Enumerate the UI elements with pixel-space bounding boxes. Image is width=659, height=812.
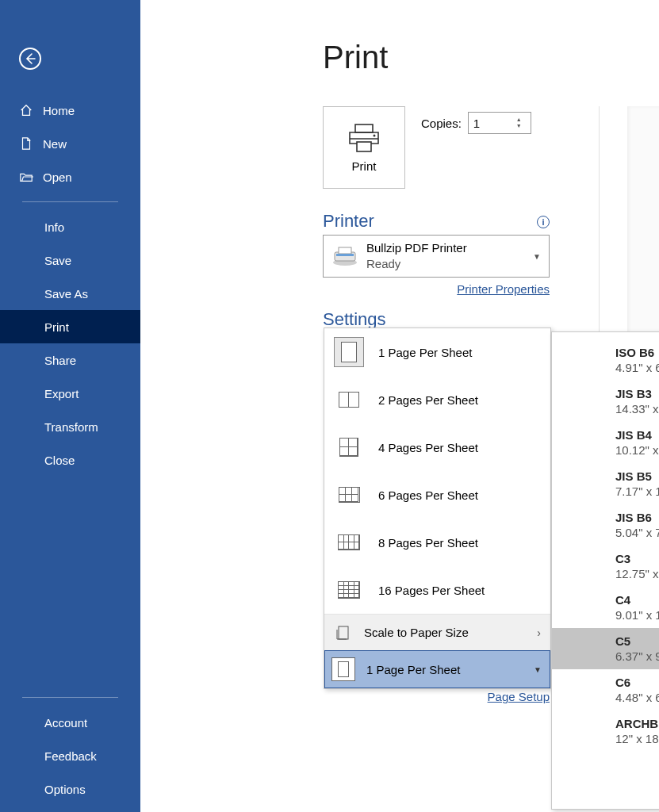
folder-open-icon	[19, 170, 33, 184]
printer-status: Ready	[366, 256, 533, 272]
sidebar-item-close[interactable]: Close	[0, 443, 140, 477]
sidebar-item-save[interactable]: Save	[0, 243, 140, 277]
svg-rect-5	[339, 247, 351, 254]
sidebar-item-label: Account	[44, 716, 87, 730]
page-setup-link[interactable]: Page Setup	[488, 690, 550, 703]
sidebar-item-print[interactable]: Print	[0, 310, 140, 343]
sidebar-item-label: Export	[44, 387, 79, 400]
scale-label: Scale to Paper Size	[364, 626, 469, 639]
sidebar-item-info[interactable]: Info	[0, 210, 140, 243]
paper-size-name: JIS B3	[615, 387, 659, 400]
paper-size-name: C6	[615, 676, 659, 689]
pps-option-label: 16 Pages Per Sheet	[378, 584, 485, 597]
pages-per-sheet-menu: 1 Page Per Sheet 2 Pages Per Sheet 4 Pag…	[324, 327, 551, 689]
pps-option-label: 8 Pages Per Sheet	[378, 536, 478, 550]
paper-size-option-c6[interactable]: C6 4.48" x 6.37"	[552, 669, 659, 710]
pps-current-label: 1 Page Per Sheet	[366, 663, 460, 676]
paper-size-dim: 7.17" x 10.12"	[615, 485, 659, 498]
pps-option-1[interactable]: 1 Page Per Sheet	[324, 328, 550, 376]
copies-label: Copies:	[421, 117, 462, 130]
sidebar-item-export[interactable]: Export	[0, 377, 140, 410]
copies-spinner[interactable]: ▲▼	[468, 112, 531, 134]
paper-size-name: C3	[615, 552, 659, 565]
paper-size-name: JIS B5	[615, 469, 659, 483]
paper-size-name: C4	[615, 593, 659, 607]
pps-option-16[interactable]: 16 Pages Per Sheet	[324, 566, 550, 614]
paper-size-option-c4[interactable]: C4 9.01" x 12.75"	[552, 587, 659, 628]
paper-size-option-jis-b6[interactable]: JIS B6 5.04" x 7.17"	[552, 504, 659, 546]
sidebar-item-label: Close	[44, 454, 75, 467]
pps-option-label: 6 Pages Per Sheet	[378, 488, 478, 502]
sidebar-item-save-as[interactable]: Save As	[0, 277, 140, 310]
pps-option-2[interactable]: 2 Pages Per Sheet	[324, 376, 550, 423]
paper-size-name: ARCHB	[615, 717, 659, 730]
home-icon	[19, 103, 33, 117]
sidebar-item-account[interactable]: Account	[0, 706, 140, 739]
svg-rect-7	[339, 626, 348, 639]
printer-device-icon	[331, 246, 358, 266]
printer-properties-link[interactable]: Printer Properties	[457, 282, 550, 296]
sidebar-item-label: Info	[44, 220, 64, 234]
paper-size-option[interactable]: 6.93" x 9.85	[552, 332, 659, 339]
printer-info-icon[interactable]: i	[537, 216, 550, 228]
paper-size-dim: 6.93" x 9.85	[615, 332, 659, 333]
sidebar-item-open[interactable]: Open	[0, 160, 140, 193]
printer-icon	[345, 123, 383, 153]
sidebar-item-new[interactable]: New	[0, 127, 140, 160]
chevron-down-icon: ▼	[534, 665, 542, 674]
sidebar-item-transform[interactable]: Transform	[0, 410, 140, 443]
paper-size-dim: 4.48" x 6.37"	[615, 691, 659, 704]
print-button[interactable]: Print	[323, 106, 405, 189]
pages-per-sheet-dropdown[interactable]: 1 Page Per Sheet ▼	[324, 650, 550, 688]
sidebar-item-options[interactable]: Options	[0, 772, 140, 806]
sidebar-item-home[interactable]: Home	[0, 94, 140, 127]
spinner-down-icon[interactable]: ▼	[516, 123, 522, 129]
paper-size-dim: 6.37" x 9.01"	[615, 649, 659, 663]
pps-option-4[interactable]: 4 Pages Per Sheet	[324, 423, 550, 471]
scale-to-paper-size[interactable]: Scale to Paper Size ›	[324, 614, 550, 650]
paper-size-option-c3[interactable]: C3 12.75" x 18.03"	[552, 546, 659, 587]
paper-size-option-jis-b5[interactable]: JIS B5 7.17" x 10.12"	[552, 463, 659, 504]
backstage-sidebar: Home New Open Info Save Save As Print Sh…	[0, 0, 140, 812]
back-button[interactable]	[19, 48, 41, 70]
svg-rect-1	[357, 142, 371, 151]
sidebar-divider	[22, 697, 118, 698]
sidebar-item-label: Home	[43, 104, 75, 117]
printer-section-header: Printer	[323, 211, 374, 232]
paper-size-option-c5[interactable]: C5 6.37" x 9.01"	[552, 628, 659, 669]
print-button-label: Print	[352, 159, 377, 173]
svg-rect-0	[355, 124, 373, 132]
sidebar-item-label: Save	[44, 254, 71, 267]
paper-size-option-jis-b3[interactable]: JIS B3 14.33" x 20.28"	[552, 381, 659, 422]
spinner-up-icon[interactable]: ▲	[516, 117, 522, 123]
paper-size-dim: 4.91" x 6.93"	[615, 361, 659, 374]
copies-input[interactable]	[469, 113, 516, 133]
page-title: Print	[323, 40, 388, 75]
print-panel: Print Print Printer i	[140, 0, 659, 812]
pps-option-label: 4 Pages Per Sheet	[378, 441, 478, 454]
paper-size-option-archb[interactable]: ARCHB 12" x 18"	[552, 710, 659, 752]
scale-icon	[335, 625, 351, 641]
paper-size-name: C5	[615, 634, 659, 648]
printer-select[interactable]: Bullzip PDF Printer Ready ▼	[323, 235, 550, 278]
paper-size-name: ISO B6	[615, 346, 659, 359]
sidebar-item-label: Open	[43, 170, 72, 184]
sidebar-item-label: Share	[44, 354, 76, 367]
sidebar-item-label: Options	[44, 783, 86, 796]
chevron-down-icon: ▼	[533, 252, 549, 261]
paper-size-option-jis-b4[interactable]: JIS B4 10.12" x 14.33"	[552, 422, 659, 463]
paper-size-dim: 12" x 18"	[615, 732, 659, 745]
paper-size-dim: 9.01" x 12.75"	[615, 608, 659, 622]
pps-option-8[interactable]: 8 Pages Per Sheet	[324, 519, 550, 566]
paper-size-option-iso-b6[interactable]: ISO B6 4.91" x 6.93"	[552, 339, 659, 381]
sidebar-item-label: Transform	[44, 420, 98, 434]
paper-size-name: JIS B4	[615, 428, 659, 442]
pps-option-label: 2 Pages Per Sheet	[378, 393, 478, 407]
pps-option-6[interactable]: 6 Pages Per Sheet	[324, 471, 550, 519]
sidebar-divider	[22, 201, 118, 202]
sidebar-item-label: Print	[44, 320, 69, 334]
sidebar-item-share[interactable]: Share	[0, 343, 140, 377]
printer-name: Bullzip PDF Printer	[366, 240, 533, 256]
sidebar-item-feedback[interactable]: Feedback	[0, 739, 140, 772]
paper-size-dim: 14.33" x 20.28"	[615, 402, 659, 416]
